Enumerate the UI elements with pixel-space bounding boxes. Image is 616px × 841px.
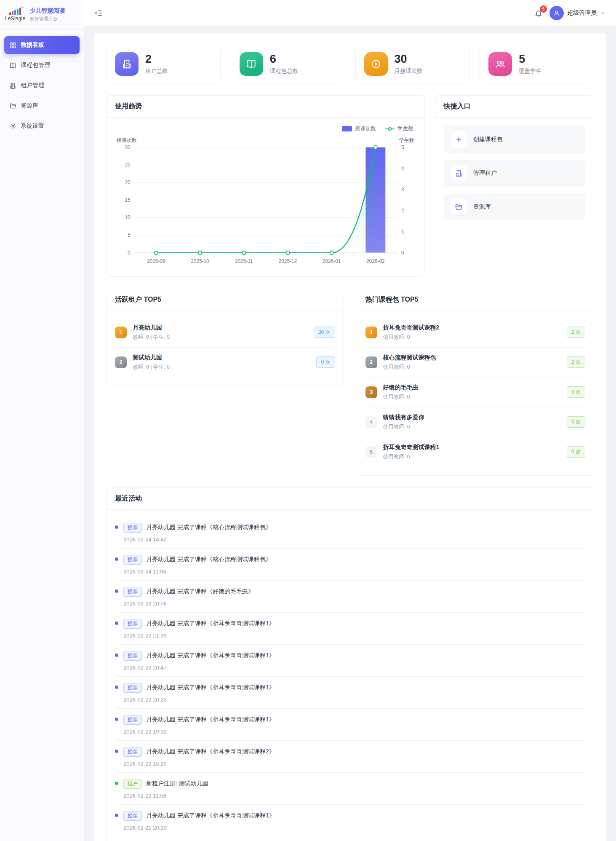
- activity-row: 授课月亮幼儿园 完成了课程《核心流程测试课程包》2026-02-24 11:06: [115, 549, 585, 581]
- book-icon: [240, 52, 263, 76]
- activity-type-badge: 租户: [123, 779, 142, 789]
- legend-item-lessons[interactable]: 授课次数: [342, 125, 376, 132]
- activity-time: 2026-02-24 14:42: [123, 536, 272, 543]
- activity-time: 2026-02-22 19:32: [123, 729, 275, 735]
- dashboard-content: 2租户总数 6课程包总数 30月授课次数 5覆盖学生 使用趋势: [94, 33, 606, 841]
- chart-legend: 授课次数 学生数: [115, 124, 416, 135]
- svg-text:授课次数: 授课次数: [117, 137, 137, 143]
- activity-type-badge: 授课: [123, 619, 142, 629]
- rank-badge: 5: [365, 446, 377, 458]
- activity-dot-icon: [115, 750, 118, 753]
- activity-time: 2026-02-21 20:19: [123, 825, 275, 831]
- rank-badge: 2: [365, 356, 377, 368]
- row-usage-quick: 使用趋势 授课次数 学生数 05101520253: [106, 95, 594, 277]
- quick-entry-resources[interactable]: 资源库: [444, 193, 585, 220]
- activity-dot-icon: [115, 557, 118, 561]
- usage-trend-card: 使用趋势 授课次数 学生数 05101520253: [106, 95, 425, 277]
- legend-label: 授课次数: [355, 125, 376, 132]
- legend-item-students[interactable]: 学生数: [385, 125, 413, 132]
- usage-count-badge: 30 次: [314, 327, 335, 338]
- package-meta: 使用教师: 0: [383, 394, 419, 401]
- chevron-down-icon: [600, 10, 606, 16]
- quick-entry-create-package[interactable]: 创建课程包: [444, 126, 585, 153]
- package-rank-row: 3 好饿的毛毛虫使用教师: 0 0 次: [365, 378, 586, 407]
- notifications-button[interactable]: 5: [534, 8, 543, 18]
- activity-text: 月亮幼儿园 完成了课程《好饿的毛毛虫》: [146, 588, 254, 595]
- svg-text:2025-10: 2025-10: [191, 258, 209, 264]
- usage-count-badge: 0 次: [567, 446, 585, 458]
- building-icon: [115, 52, 139, 76]
- bar-swatch-icon: [342, 126, 352, 131]
- book-icon: [9, 62, 16, 69]
- tenant-rank-row: 2 测试幼儿园教师: 0 | 学生: 0 0 次: [115, 348, 335, 377]
- active-tenants-title: 活跃租户 TOP5: [107, 289, 344, 311]
- activity-type-badge: 授课: [123, 811, 142, 821]
- package-rank-row: 1 折耳兔奇奇测试课程2使用教师: 0 2 次: [365, 318, 586, 348]
- svg-text:1: 1: [401, 229, 404, 235]
- activity-type-badge: 授课: [123, 651, 142, 661]
- active-tenants-card: 活跃租户 TOP5 1 月亮幼儿园教师: 0 | 学生: 0 30 次 2 测试…: [106, 289, 344, 386]
- activity-type-badge: 授课: [123, 523, 142, 533]
- svg-text:3: 3: [401, 187, 404, 193]
- line-swatch-icon: [385, 129, 395, 129]
- person-icon: [553, 9, 560, 17]
- usage-count-badge: 2 次: [567, 327, 585, 338]
- usage-count-badge: 0 次: [567, 416, 585, 428]
- app-root: ✦ LeSingle 少儿智慧阅读 服务管理后台 数据看板 课程包管理 租户管理: [0, 0, 616, 841]
- package-name: 折耳兔奇奇测试课程2: [383, 324, 440, 332]
- quick-entry-label: 管理租户: [473, 169, 497, 177]
- sidebar-item-resources[interactable]: 资源库: [4, 97, 80, 115]
- package-meta: 使用教师: 0: [383, 334, 440, 341]
- svg-text:2: 2: [401, 208, 404, 214]
- hot-packages-title: 热门课程包 TOP5: [357, 289, 594, 311]
- hot-packages-card: 热门课程包 TOP5 1 折耳兔奇奇测试课程2使用教师: 0 2 次 2 核心流…: [357, 289, 595, 476]
- avatar: [549, 6, 564, 20]
- activity-text: 月亮幼儿园 完成了课程《折耳兔奇奇测试课程1》: [146, 812, 275, 820]
- stat-label: 月授课次数: [395, 67, 423, 75]
- package-rank-row: 4 猜猜我有多爱你使用教师: 0 0 次: [365, 407, 586, 437]
- gear-icon: [9, 123, 16, 130]
- rank-badge: 2: [115, 356, 127, 368]
- stat-card-tenants: 2租户总数: [106, 45, 221, 83]
- svg-text:5: 5: [401, 145, 404, 150]
- svg-text:学生数: 学生数: [399, 137, 414, 143]
- svg-text:30: 30: [125, 145, 131, 150]
- quick-entry-title: 快捷入口: [435, 96, 594, 118]
- package-rank-row: 2 核心流程测试课程包使用教师: 0 2 次: [365, 348, 586, 378]
- activity-time: 2026-02-22 20:47: [123, 664, 275, 671]
- sidebar-item-course-packages[interactable]: 课程包管理: [4, 56, 80, 74]
- stat-value: 2: [145, 53, 168, 66]
- rank-badge: 1: [115, 327, 127, 338]
- sidebar-item-tenants[interactable]: 租户管理: [4, 77, 80, 94]
- activity-row: 授课月亮幼儿园 完成了课程《折耳兔奇奇测试课程1》2026-02-21 20:1…: [115, 805, 585, 836]
- activity-type-badge: 授课: [123, 555, 142, 565]
- folder-icon: [9, 102, 16, 110]
- stat-label: 课程包总数: [270, 67, 299, 75]
- stats-row: 2租户总数 6课程包总数 30月授课次数 5覆盖学生: [106, 45, 594, 83]
- sidebar-collapse-icon[interactable]: [94, 9, 103, 17]
- activity-time: 2026-02-24 11:06: [123, 568, 272, 575]
- sidebar-nav: 数据看板 课程包管理 租户管理 资源库 系统设置: [0, 29, 84, 142]
- legend-label: 学生数: [397, 125, 413, 132]
- package-meta: 使用教师: 0: [383, 423, 424, 431]
- svg-text:15: 15: [125, 197, 131, 203]
- activity-dot-icon: [115, 718, 118, 721]
- stat-value: 30: [395, 53, 423, 66]
- usage-count-badge: 2 次: [567, 356, 585, 368]
- building-icon: [9, 82, 16, 89]
- activity-time: 2026-02-22 21:39: [123, 632, 275, 639]
- user-menu[interactable]: 超级管理员: [549, 6, 606, 20]
- svg-text:2025-12: 2025-12: [279, 258, 297, 264]
- sidebar-item-settings[interactable]: 系统设置: [4, 117, 80, 135]
- sidebar-item-dashboard[interactable]: 数据看板: [4, 36, 80, 54]
- svg-text:10: 10: [125, 214, 131, 220]
- activity-text: 月亮幼儿园 完成了课程《折耳兔奇奇测试课程1》: [146, 652, 275, 659]
- stat-value: 6: [270, 53, 299, 66]
- folder-icon: [451, 198, 467, 215]
- notification-badge: 5: [540, 5, 547, 13]
- svg-text:2026-01: 2026-01: [323, 258, 341, 264]
- quick-entry-manage-tenants[interactable]: 管理租户: [444, 160, 585, 187]
- package-name: 折耳兔奇奇测试课程1: [383, 444, 440, 451]
- logo: ✦ LeSingle 少儿智慧阅读 服务管理后台: [0, 0, 84, 29]
- stat-card-monthly-lessons: 30月授课次数: [355, 45, 470, 83]
